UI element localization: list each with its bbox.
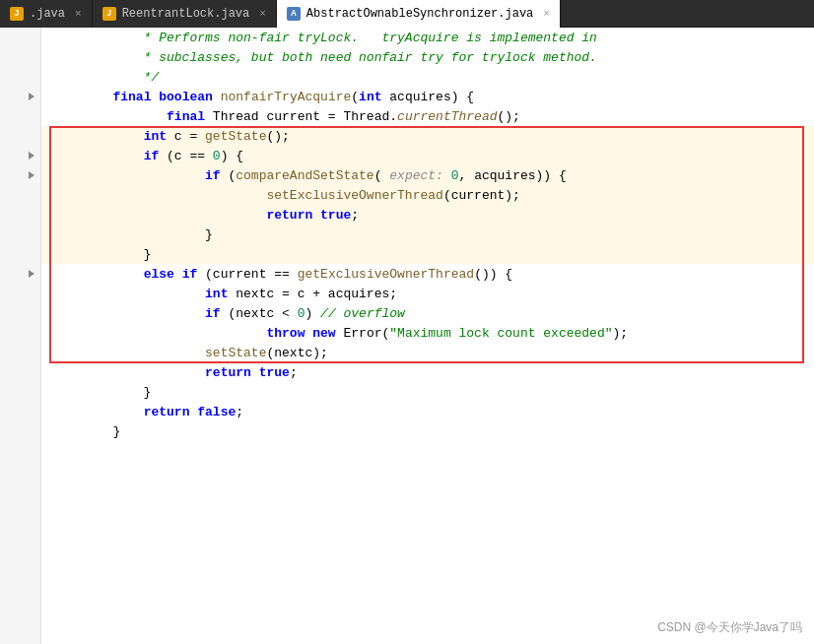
fold-arrow-8[interactable] (29, 171, 34, 179)
code-line-13: else if (current == getExclusiveOwnerThr… (41, 264, 814, 284)
fold-arrow-7[interactable] (29, 152, 34, 160)
gutter-line-7 (0, 146, 40, 165)
tab-java1[interactable]: J .java × (0, 0, 93, 28)
gutter-line-19 (0, 382, 40, 402)
fold-arrow-13[interactable] (29, 270, 34, 278)
tab-label-java1: .java (30, 7, 65, 21)
gutter-line-11 (0, 225, 40, 244)
tab-abstract[interactable]: A AbstractOwnableSynchronizer.java × (277, 0, 561, 28)
gutter-line-14 (0, 284, 40, 303)
gutter-line-5 (0, 106, 40, 126)
code-line-16: throw new Error("Maximum lock count exce… (41, 323, 814, 343)
editor-container: J .java × J ReentrantLock.java × A Abstr… (0, 0, 814, 644)
tab-close-abstract[interactable]: × (543, 8, 550, 20)
gutter-arrow-1 (25, 32, 34, 42)
gutter-line-13 (0, 264, 40, 284)
code-line-4: final boolean nonfairTryAcquire(int acqu… (41, 87, 814, 106)
gutter-line-20 (0, 402, 40, 421)
gutter-line-4 (0, 87, 40, 106)
code-line-6: int c = getState(); (41, 126, 814, 146)
fold-arrow-4[interactable] (29, 93, 34, 100)
gutter-line-17 (0, 343, 40, 362)
code-area: * Performs non-fair tryLock. tryAcquire … (0, 28, 814, 644)
code-line-18: return true; (41, 362, 814, 382)
code-line-12: } (41, 244, 814, 264)
gutter-line-21 (0, 421, 40, 441)
gutter-line-9 (0, 185, 40, 205)
gutter-line-8 (0, 165, 40, 185)
code-line-2: * subclasses, but both need nonfair try … (41, 47, 814, 67)
gutter-line-2 (0, 47, 40, 67)
code-line-3: */ (41, 67, 814, 87)
code-line-7: if (c == 0) { (41, 146, 814, 165)
code-line-5: final Thread current = Thread.currentThr… (41, 106, 814, 126)
gutter-line-18 (0, 362, 40, 382)
tab-icon-java1: J (10, 7, 24, 21)
gutter-line-16 (0, 323, 40, 343)
code-line-15: if (nextc < 0) // overflow (41, 303, 814, 323)
tab-close-reentrant[interactable]: × (259, 8, 266, 20)
gutter-line-1 (0, 28, 40, 47)
code-line-17: setState(nextc); (41, 343, 814, 362)
code-line-11: } (41, 225, 814, 244)
watermark: CSDN @今天你学Java了吗 (657, 619, 802, 636)
code-line-8: if (compareAndSetState( expect: 0, acqui… (41, 165, 814, 185)
tab-bar: J .java × J ReentrantLock.java × A Abstr… (0, 0, 814, 28)
code-line-19: } (41, 382, 814, 402)
code-content[interactable]: * Performs non-fair tryLock. tryAcquire … (41, 28, 814, 644)
code-line-21: } (41, 421, 814, 441)
gutter-line-15 (0, 303, 40, 323)
tab-icon-abstract: A (287, 7, 301, 21)
gutter-line-6 (0, 126, 40, 146)
tab-icon-reentrant: J (102, 7, 116, 21)
tab-label-abstract: AbstractOwnableSynchronizer.java (306, 7, 533, 21)
line-gutter (0, 28, 41, 644)
tab-close-java1[interactable]: × (75, 8, 82, 20)
code-line-9: setExclusiveOwnerThread(current); (41, 185, 814, 205)
tab-reentrant[interactable]: J ReentrantLock.java × (93, 0, 277, 28)
gutter-line-12 (0, 244, 40, 264)
tab-label-reentrant: ReentrantLock.java (122, 7, 250, 21)
code-line-14: int nextc = c + acquires; (41, 284, 814, 303)
code-line-1: * Performs non-fair tryLock. tryAcquire … (41, 28, 814, 47)
gutter-line-10 (0, 205, 40, 225)
code-line-10: return true; (41, 205, 814, 225)
code-line-20: return false; (41, 402, 814, 421)
gutter-line-3 (0, 67, 40, 87)
